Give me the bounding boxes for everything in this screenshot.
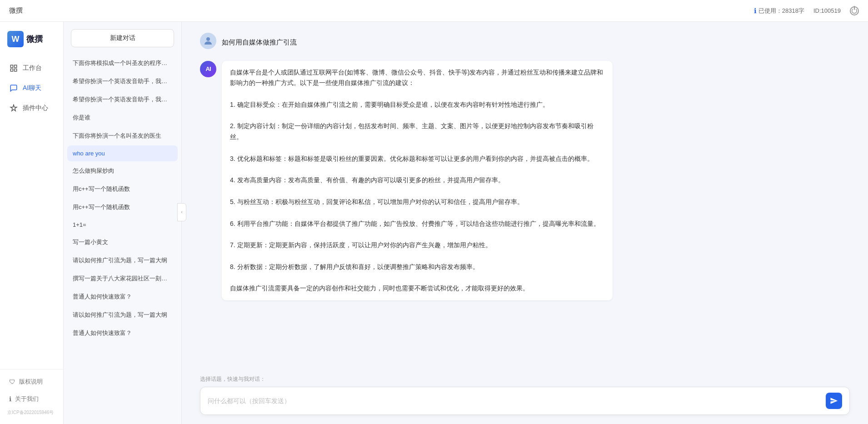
send-button[interactable] [826, 393, 842, 409]
left-nav-bottom: 🛡 版权说明 ℹ 关于我们 京ICP备2022015946号 [0, 369, 63, 419]
new-chat-button[interactable]: 新建对话 [71, 29, 174, 47]
history-item[interactable]: 希望你扮演一个英语发音助手，我提供给你... [67, 73, 178, 90]
message-row-user: 如何用自媒体做推广引流 [200, 33, 850, 52]
history-item[interactable]: 撰写一篇关于八大家花园社区一刻钟便民生... [67, 270, 178, 287]
grid-icon [9, 64, 18, 73]
nav-item-about[interactable]: ℹ 关于我们 [0, 390, 63, 408]
ai-message-bubble: 自媒体平台是个人或团队通过互联网平台(如博客、微博、微信公众号、抖音、快手等)发… [222, 61, 613, 301]
logo-text: 微撰 [26, 34, 43, 45]
input-area: 选择话题，快速与我对话： [182, 375, 868, 424]
sidebar-item-ai-chat[interactable]: AI聊天 [0, 78, 63, 98]
history-item[interactable]: 普通人如何快速致富？ [67, 324, 178, 342]
svg-point-4 [206, 37, 210, 41]
history-item[interactable]: who are you [67, 145, 178, 161]
chat-history-list: 下面你将模拟成一个叫圣友的程序员，我说...希望你扮演一个英语发音助手，我提供给… [64, 55, 181, 424]
main-layout: W 微撰 工作台 AI聊天 插件中心 🛡 版权说明 [0, 22, 868, 424]
topbar-title: 微撰 [9, 6, 754, 15]
user-message-bubble: 如何用自媒体做推广引流 [222, 33, 297, 52]
input-wrapper [200, 387, 850, 415]
user-message-text: 如何用自媒体做推广引流 [222, 38, 297, 46]
chat-sidebar: 新建对话 下面你将模拟成一个叫圣友的程序员，我说...希望你扮演一个英语发音助手… [64, 22, 182, 424]
sidebar-item-plugin[interactable]: 插件中心 [0, 98, 63, 118]
chat-icon [9, 84, 18, 93]
svg-rect-1 [15, 65, 17, 67]
quick-topics-label: 选择话题，快速与我对话： [200, 375, 850, 383]
logo-area: W 微撰 [0, 31, 63, 58]
plugin-label: 插件中心 [23, 104, 48, 112]
ai-message-text: 自媒体平台是个人或团队通过互联网平台(如博客、微博、微信公众号、抖音、快手等)发… [230, 69, 603, 292]
history-item[interactable]: 下面你将模拟成一个叫圣友的程序员，我说... [67, 55, 178, 72]
history-item[interactable]: 写一篇小黄文 [67, 234, 178, 251]
svg-rect-0 [10, 65, 13, 67]
left-nav: W 微撰 工作台 AI聊天 插件中心 🛡 版权说明 [0, 22, 64, 424]
history-item[interactable]: 用c++写一个随机函数 [67, 180, 178, 198]
sidebar-collapse-button[interactable]: ‹ [177, 203, 186, 221]
history-item[interactable]: 普通人如何快速致富？ [67, 288, 178, 305]
ai-avatar: AI [200, 61, 216, 77]
power-button[interactable] [850, 6, 859, 15]
ai-avatar-label: AI [206, 65, 211, 72]
svg-rect-3 [15, 69, 17, 71]
sidebar-item-workbench[interactable]: 工作台 [0, 58, 63, 78]
about-label: 关于我们 [15, 395, 39, 403]
history-item[interactable]: 请以如何推广引流为题，写一篇大纲 [67, 252, 178, 269]
history-item[interactable]: 1+1= [67, 217, 178, 233]
chat-area: 如何用自媒体做推广引流 AI 自媒体平台是个人或团队通过互联网平台(如博客、微博… [182, 22, 868, 424]
usage-text: 已使用：28318字 [758, 7, 804, 15]
logo-icon: W [7, 31, 24, 47]
shield-icon: 🛡 [9, 378, 15, 385]
history-item[interactable]: 下面你将扮演一个名叫圣友的医生 [67, 127, 178, 145]
user-avatar [200, 33, 216, 49]
topbar-usage: ℹ 已使用：28318字 [754, 7, 804, 15]
history-item[interactable]: 请以如何推广引流为题，写一篇大纲 [67, 306, 178, 324]
plugin-icon [9, 104, 18, 113]
info-circle-icon: ℹ [9, 395, 11, 403]
message-row-ai: AI 自媒体平台是个人或团队通过互联网平台(如博客、微博、微信公众号、抖音、快手… [200, 61, 850, 301]
workbench-label: 工作台 [23, 64, 42, 72]
topbar-id: ID:100519 [813, 7, 841, 14]
chat-input[interactable] [208, 397, 822, 404]
svg-rect-2 [10, 69, 13, 71]
topbar: 微撰 ℹ 已使用：28318字 ID:100519 [0, 0, 868, 22]
copyright-label: 版权说明 [19, 378, 43, 386]
chat-messages: 如何用自媒体做推广引流 AI 自媒体平台是个人或团队通过互联网平台(如博客、微博… [182, 22, 868, 375]
history-item[interactable]: 怎么做狗屎炒肉 [67, 162, 178, 180]
history-item[interactable]: 用c++写一个随机函数 [67, 199, 178, 216]
ai-chat-label: AI聊天 [23, 84, 41, 92]
nav-item-copyright[interactable]: 🛡 版权说明 [0, 373, 63, 390]
icp-text: 京ICP备2022015946号 [0, 408, 63, 419]
history-item[interactable]: 你是谁 [67, 109, 178, 126]
info-icon: ℹ [754, 7, 757, 15]
history-item[interactable]: 希望你扮演一个英语发音助手，我提供给你... [67, 91, 178, 108]
topbar-right: ℹ 已使用：28318字 ID:100519 [754, 6, 859, 15]
